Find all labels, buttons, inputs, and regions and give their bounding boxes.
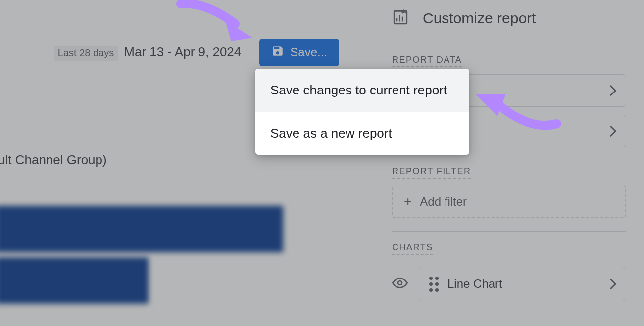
save-dropdown-menu: Save changes to current report Save as a…	[255, 69, 469, 155]
save-changes-option[interactable]: Save changes to current report	[255, 69, 469, 112]
modal-overlay	[0, 0, 644, 326]
save-as-new-option[interactable]: Save as a new report	[255, 112, 469, 155]
